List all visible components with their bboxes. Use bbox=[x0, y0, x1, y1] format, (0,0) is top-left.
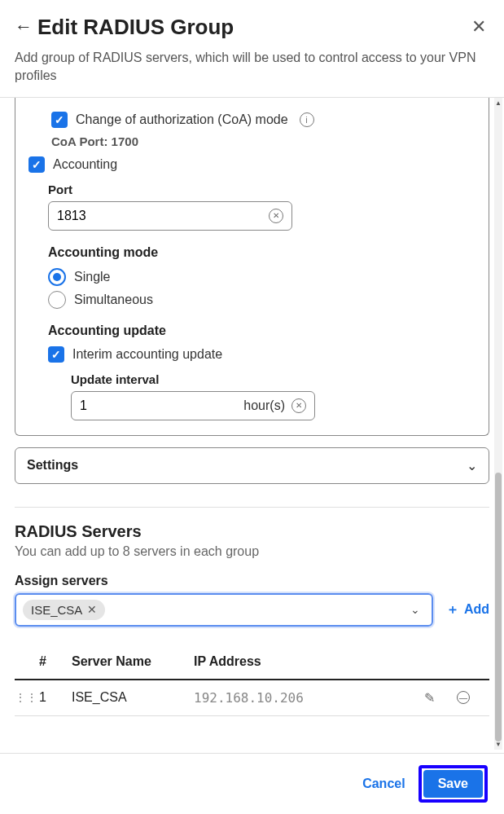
assign-label: Assign servers bbox=[15, 574, 489, 588]
settings-label: Settings bbox=[27, 458, 78, 473]
accounting-panel: Change of authorization (CoA) mode i CoA… bbox=[15, 98, 489, 436]
footer: Cancel Save bbox=[0, 753, 504, 814]
settings-accordion[interactable]: Settings ⌄ bbox=[15, 447, 489, 484]
col-num: # bbox=[39, 654, 72, 669]
accounting-update-label: Accounting update bbox=[48, 323, 476, 338]
port-label: Port bbox=[48, 183, 476, 196]
divider bbox=[15, 507, 489, 508]
servers-table: # Server Name IP Address ⋮⋮ 1 ISE_CSA 19… bbox=[15, 645, 489, 716]
drag-handle-icon[interactable]: ⋮⋮ bbox=[15, 691, 39, 704]
edit-icon[interactable]: ✎ bbox=[424, 690, 457, 706]
close-icon[interactable]: ✕ bbox=[468, 13, 489, 41]
radio-single[interactable] bbox=[48, 268, 66, 286]
page-title: Edit RADIUS Group bbox=[37, 15, 234, 40]
chevron-down-icon: ⌄ bbox=[405, 603, 425, 616]
chip-remove-icon[interactable]: ✕ bbox=[87, 603, 97, 616]
row-num: 1 bbox=[39, 690, 72, 705]
col-name: Server Name bbox=[72, 654, 194, 669]
accounting-checkbox[interactable] bbox=[28, 156, 45, 173]
add-label: Add bbox=[464, 602, 489, 617]
clear-port-icon[interactable]: ✕ bbox=[269, 209, 283, 223]
table-row: ⋮⋮ 1 ISE_CSA 192.168.10.206 ✎ — bbox=[15, 680, 489, 716]
clear-interval-icon[interactable]: ✕ bbox=[291, 398, 306, 413]
interval-input[interactable] bbox=[80, 398, 243, 413]
radio-simultaneous[interactable] bbox=[48, 291, 66, 309]
interval-unit: hour(s) bbox=[243, 398, 285, 413]
save-button[interactable]: Save bbox=[423, 770, 483, 798]
plus-icon: ＋ bbox=[446, 601, 459, 618]
scroll-down-icon[interactable]: ▼ bbox=[494, 741, 502, 748]
info-icon[interactable]: i bbox=[300, 112, 314, 127]
radio-single-label: Single bbox=[74, 270, 110, 284]
interim-label: Interim accounting update bbox=[72, 347, 222, 362]
coa-port-text: CoA Port: 1700 bbox=[51, 134, 476, 148]
interval-label: Update interval bbox=[71, 372, 476, 386]
coa-label: Change of authorization (CoA) mode bbox=[76, 112, 288, 127]
radio-simultaneous-label: Simultaneous bbox=[74, 293, 153, 307]
accounting-mode-label: Accounting mode bbox=[48, 245, 476, 260]
port-input-wrap: ✕ bbox=[48, 201, 292, 231]
scrollbar-thumb[interactable] bbox=[495, 473, 502, 741]
row-name: ISE_CSA bbox=[72, 690, 194, 705]
chip-label: ISE_CSA bbox=[31, 603, 82, 617]
radius-servers-subtext: You can add up to 8 servers in each grou… bbox=[15, 544, 489, 559]
cancel-button[interactable]: Cancel bbox=[362, 777, 405, 791]
assign-servers-select[interactable]: ISE_CSA ✕ ⌄ bbox=[15, 593, 433, 627]
row-ip: 192.168.10.206 bbox=[194, 690, 424, 706]
radius-servers-heading: RADIUS Servers bbox=[15, 522, 489, 541]
coa-checkbox[interactable] bbox=[51, 112, 68, 128]
back-arrow-icon[interactable]: ← bbox=[15, 16, 33, 37]
interval-input-wrap: hour(s) ✕ bbox=[71, 391, 315, 420]
save-button-highlight: Save bbox=[419, 765, 488, 803]
col-ip: IP Address bbox=[194, 654, 424, 669]
add-server-button[interactable]: ＋ Add bbox=[446, 601, 489, 618]
server-chip: ISE_CSA ✕ bbox=[23, 600, 105, 620]
interim-checkbox[interactable] bbox=[48, 346, 64, 363]
page-subtitle: Add group of RADIUS servers, which will … bbox=[0, 47, 504, 98]
scrollbar[interactable]: ▲ ▼ bbox=[494, 98, 502, 750]
scroll-up-icon[interactable]: ▲ bbox=[494, 99, 502, 107]
remove-icon[interactable]: — bbox=[457, 691, 470, 704]
port-input[interactable] bbox=[57, 209, 269, 223]
chevron-down-icon: ⌄ bbox=[467, 458, 477, 473]
accounting-label: Accounting bbox=[53, 157, 117, 172]
